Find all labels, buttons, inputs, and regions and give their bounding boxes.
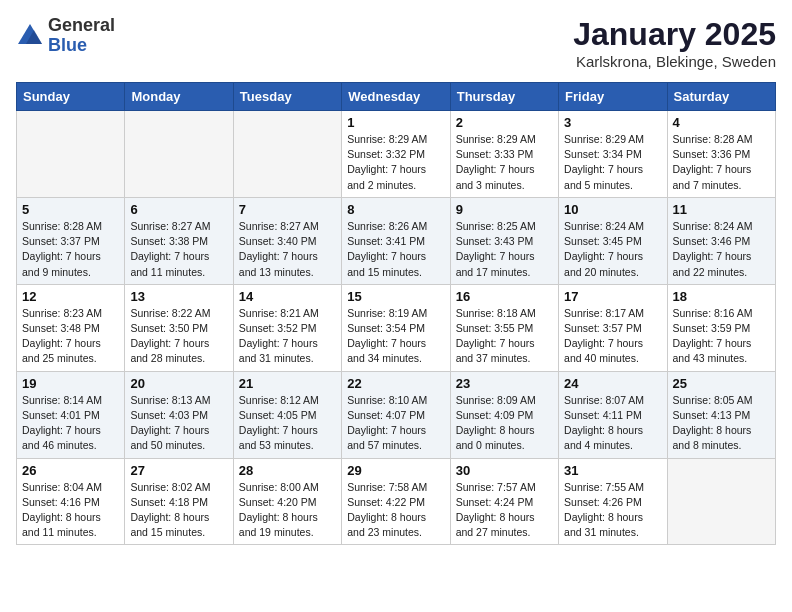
calendar-week-row: 1Sunrise: 8:29 AM Sunset: 3:32 PM Daylig… [17,111,776,198]
day-info: Sunrise: 8:04 AM Sunset: 4:16 PM Dayligh… [22,480,119,541]
day-number: 17 [564,289,661,304]
day-number: 24 [564,376,661,391]
day-number: 6 [130,202,227,217]
calendar-day-cell: 27Sunrise: 8:02 AM Sunset: 4:18 PM Dayli… [125,458,233,545]
calendar-day-cell: 24Sunrise: 8:07 AM Sunset: 4:11 PM Dayli… [559,371,667,458]
calendar-week-row: 19Sunrise: 8:14 AM Sunset: 4:01 PM Dayli… [17,371,776,458]
page-header: General Blue January 2025 Karlskrona, Bl… [16,16,776,70]
calendar-day-cell: 7Sunrise: 8:27 AM Sunset: 3:40 PM Daylig… [233,197,341,284]
calendar-day-cell: 8Sunrise: 8:26 AM Sunset: 3:41 PM Daylig… [342,197,450,284]
calendar-day-cell [125,111,233,198]
day-info: Sunrise: 8:29 AM Sunset: 3:34 PM Dayligh… [564,132,661,193]
day-number: 8 [347,202,444,217]
day-number: 21 [239,376,336,391]
calendar-day-cell: 23Sunrise: 8:09 AM Sunset: 4:09 PM Dayli… [450,371,558,458]
calendar-day-cell: 31Sunrise: 7:55 AM Sunset: 4:26 PM Dayli… [559,458,667,545]
column-header-wednesday: Wednesday [342,83,450,111]
day-info: Sunrise: 8:19 AM Sunset: 3:54 PM Dayligh… [347,306,444,367]
day-info: Sunrise: 8:10 AM Sunset: 4:07 PM Dayligh… [347,393,444,454]
day-number: 12 [22,289,119,304]
day-info: Sunrise: 8:00 AM Sunset: 4:20 PM Dayligh… [239,480,336,541]
calendar-day-cell [17,111,125,198]
day-number: 22 [347,376,444,391]
day-number: 9 [456,202,553,217]
day-number: 15 [347,289,444,304]
calendar-title: January 2025 [573,16,776,53]
calendar-day-cell: 4Sunrise: 8:28 AM Sunset: 3:36 PM Daylig… [667,111,775,198]
day-info: Sunrise: 8:23 AM Sunset: 3:48 PM Dayligh… [22,306,119,367]
calendar-header-row: SundayMondayTuesdayWednesdayThursdayFrid… [17,83,776,111]
day-info: Sunrise: 7:55 AM Sunset: 4:26 PM Dayligh… [564,480,661,541]
calendar-subtitle: Karlskrona, Blekinge, Sweden [573,53,776,70]
logo: General Blue [16,16,115,56]
day-info: Sunrise: 7:58 AM Sunset: 4:22 PM Dayligh… [347,480,444,541]
calendar-day-cell: 2Sunrise: 8:29 AM Sunset: 3:33 PM Daylig… [450,111,558,198]
day-number: 26 [22,463,119,478]
column-header-saturday: Saturday [667,83,775,111]
calendar-day-cell: 13Sunrise: 8:22 AM Sunset: 3:50 PM Dayli… [125,284,233,371]
day-number: 14 [239,289,336,304]
day-info: Sunrise: 8:02 AM Sunset: 4:18 PM Dayligh… [130,480,227,541]
day-number: 19 [22,376,119,391]
calendar-day-cell: 20Sunrise: 8:13 AM Sunset: 4:03 PM Dayli… [125,371,233,458]
calendar-day-cell: 26Sunrise: 8:04 AM Sunset: 4:16 PM Dayli… [17,458,125,545]
calendar-day-cell [233,111,341,198]
day-number: 13 [130,289,227,304]
day-info: Sunrise: 8:18 AM Sunset: 3:55 PM Dayligh… [456,306,553,367]
calendar-table: SundayMondayTuesdayWednesdayThursdayFrid… [16,82,776,545]
calendar-day-cell: 28Sunrise: 8:00 AM Sunset: 4:20 PM Dayli… [233,458,341,545]
calendar-day-cell [667,458,775,545]
calendar-day-cell: 17Sunrise: 8:17 AM Sunset: 3:57 PM Dayli… [559,284,667,371]
day-number: 18 [673,289,770,304]
day-info: Sunrise: 8:26 AM Sunset: 3:41 PM Dayligh… [347,219,444,280]
day-info: Sunrise: 8:09 AM Sunset: 4:09 PM Dayligh… [456,393,553,454]
logo-blue-text: Blue [48,35,87,55]
day-number: 7 [239,202,336,217]
calendar-week-row: 26Sunrise: 8:04 AM Sunset: 4:16 PM Dayli… [17,458,776,545]
column-header-sunday: Sunday [17,83,125,111]
calendar-day-cell: 6Sunrise: 8:27 AM Sunset: 3:38 PM Daylig… [125,197,233,284]
day-info: Sunrise: 8:13 AM Sunset: 4:03 PM Dayligh… [130,393,227,454]
day-info: Sunrise: 8:24 AM Sunset: 3:46 PM Dayligh… [673,219,770,280]
day-info: Sunrise: 8:07 AM Sunset: 4:11 PM Dayligh… [564,393,661,454]
calendar-day-cell: 14Sunrise: 8:21 AM Sunset: 3:52 PM Dayli… [233,284,341,371]
day-number: 28 [239,463,336,478]
day-number: 23 [456,376,553,391]
calendar-day-cell: 25Sunrise: 8:05 AM Sunset: 4:13 PM Dayli… [667,371,775,458]
calendar-day-cell: 10Sunrise: 8:24 AM Sunset: 3:45 PM Dayli… [559,197,667,284]
day-info: Sunrise: 8:05 AM Sunset: 4:13 PM Dayligh… [673,393,770,454]
day-number: 5 [22,202,119,217]
column-header-monday: Monday [125,83,233,111]
calendar-day-cell: 30Sunrise: 7:57 AM Sunset: 4:24 PM Dayli… [450,458,558,545]
day-info: Sunrise: 8:21 AM Sunset: 3:52 PM Dayligh… [239,306,336,367]
day-info: Sunrise: 8:25 AM Sunset: 3:43 PM Dayligh… [456,219,553,280]
day-number: 1 [347,115,444,130]
calendar-day-cell: 5Sunrise: 8:28 AM Sunset: 3:37 PM Daylig… [17,197,125,284]
title-block: January 2025 Karlskrona, Blekinge, Swede… [573,16,776,70]
calendar-day-cell: 12Sunrise: 8:23 AM Sunset: 3:48 PM Dayli… [17,284,125,371]
day-info: Sunrise: 8:17 AM Sunset: 3:57 PM Dayligh… [564,306,661,367]
column-header-friday: Friday [559,83,667,111]
calendar-day-cell: 18Sunrise: 8:16 AM Sunset: 3:59 PM Dayli… [667,284,775,371]
day-info: Sunrise: 7:57 AM Sunset: 4:24 PM Dayligh… [456,480,553,541]
day-number: 10 [564,202,661,217]
calendar-day-cell: 22Sunrise: 8:10 AM Sunset: 4:07 PM Dayli… [342,371,450,458]
calendar-day-cell: 3Sunrise: 8:29 AM Sunset: 3:34 PM Daylig… [559,111,667,198]
calendar-day-cell: 19Sunrise: 8:14 AM Sunset: 4:01 PM Dayli… [17,371,125,458]
day-info: Sunrise: 8:14 AM Sunset: 4:01 PM Dayligh… [22,393,119,454]
calendar-day-cell: 21Sunrise: 8:12 AM Sunset: 4:05 PM Dayli… [233,371,341,458]
day-info: Sunrise: 8:12 AM Sunset: 4:05 PM Dayligh… [239,393,336,454]
calendar-day-cell: 16Sunrise: 8:18 AM Sunset: 3:55 PM Dayli… [450,284,558,371]
logo-icon [16,22,44,50]
column-header-tuesday: Tuesday [233,83,341,111]
day-info: Sunrise: 8:29 AM Sunset: 3:32 PM Dayligh… [347,132,444,193]
day-info: Sunrise: 8:16 AM Sunset: 3:59 PM Dayligh… [673,306,770,367]
calendar-day-cell: 11Sunrise: 8:24 AM Sunset: 3:46 PM Dayli… [667,197,775,284]
day-number: 25 [673,376,770,391]
day-number: 20 [130,376,227,391]
calendar-day-cell: 29Sunrise: 7:58 AM Sunset: 4:22 PM Dayli… [342,458,450,545]
logo-general-text: General [48,15,115,35]
day-info: Sunrise: 8:28 AM Sunset: 3:36 PM Dayligh… [673,132,770,193]
day-number: 29 [347,463,444,478]
day-info: Sunrise: 8:27 AM Sunset: 3:40 PM Dayligh… [239,219,336,280]
